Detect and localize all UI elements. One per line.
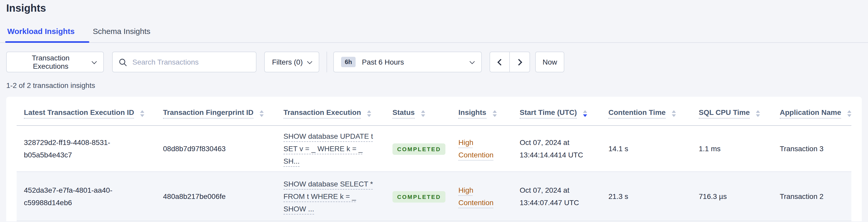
toolbar-divider [327, 52, 327, 72]
column-header-insights[interactable]: Insights [451, 97, 513, 126]
status-badge: COMPLETED [393, 144, 446, 155]
results-count: 1-2 of 2 transaction insights [6, 81, 862, 90]
insights-page: Insights Workload Insights Schema Insigh… [0, 2, 868, 222]
transaction-execution-link[interactable]: SHOW database UPDATE t SET v = _ WHERE k… [283, 132, 373, 165]
cell-execution-id: 328729d2-ff19-4408-8531-b05a5b4e43c7 [17, 126, 156, 172]
status-badge: COMPLETED [393, 191, 446, 202]
sort-icon [367, 110, 371, 117]
tab-schema-insights[interactable]: Schema Insights [92, 27, 151, 42]
column-header-start-time[interactable]: Start Time (UTC) [513, 97, 601, 126]
sort-icon-active-desc [583, 110, 587, 117]
now-button[interactable]: Now [535, 52, 564, 72]
column-header-status[interactable]: Status [385, 97, 451, 126]
cell-status: COMPLETED [385, 126, 451, 172]
cell-insights: High Contention [451, 172, 513, 221]
time-range-badge: 6h [341, 57, 355, 67]
sort-icon [492, 110, 497, 117]
filters-button-label: Filters (0) [272, 58, 303, 66]
search-input[interactable] [113, 52, 256, 72]
toolbar: Transaction Executions Filters (0) 6h Pa… [6, 52, 862, 72]
column-header-contention-time[interactable]: Contention Time [601, 97, 691, 126]
column-header-transaction-fingerprint-id[interactable]: Transaction Fingerprint ID [156, 97, 276, 126]
search-box [112, 52, 256, 72]
transaction-insights-table: Latest Transaction Execution ID Transact… [17, 97, 851, 221]
cell-transaction-execution: SHOW database UPDATE t SET v = _ WHERE k… [276, 126, 385, 172]
sort-icon [672, 110, 676, 117]
sort-icon [260, 110, 264, 117]
time-range-pager [490, 52, 530, 72]
cell-sql-cpu-time: 716.3 µs [691, 172, 773, 221]
sort-icon [421, 110, 425, 117]
active-tab-underline [5, 41, 89, 43]
chevron-down-icon [307, 59, 312, 64]
sort-icon [756, 110, 760, 117]
time-range-next-button[interactable] [510, 52, 529, 72]
column-header-transaction-execution[interactable]: Transaction Execution [276, 97, 385, 126]
chevron-down-icon [92, 59, 97, 64]
filters-button[interactable]: Filters (0) [264, 52, 319, 72]
sort-icon [141, 110, 145, 117]
time-range-prev-button[interactable] [490, 52, 510, 72]
chevron-left-icon [498, 59, 504, 65]
cell-insights: High Contention [451, 126, 513, 172]
chevron-right-icon [516, 59, 522, 65]
insights-tabs: Workload Insights Schema Insights [0, 27, 868, 43]
insight-link[interactable]: High Contention [458, 186, 493, 207]
cell-start-time: Oct 07, 2024 at 13:44:07.447 UTC [513, 172, 601, 221]
column-header-sql-cpu-time[interactable]: SQL CPU Time [691, 97, 773, 126]
cell-transaction-execution: SHOW database SELECT * FROM t WHERE k = … [276, 172, 385, 221]
table-header-row: Latest Transaction Execution ID Transact… [17, 97, 851, 126]
cell-fingerprint-id: 08d8b7d97f830463 [156, 126, 276, 172]
time-range-label: Past 6 Hours [362, 58, 404, 66]
cell-application-name: Transaction 2 [773, 172, 851, 221]
cell-status: COMPLETED [385, 172, 451, 221]
now-button-label: Now [542, 58, 557, 66]
time-range-picker[interactable]: 6h Past 6 Hours [333, 52, 482, 72]
cell-sql-cpu-time: 1.1 ms [691, 126, 773, 172]
column-header-latest-transaction-execution-id[interactable]: Latest Transaction Execution ID [17, 97, 156, 126]
search-icon [119, 58, 127, 69]
cell-contention-time: 21.3 s [601, 172, 691, 221]
insights-table-card: Latest Transaction Execution ID Transact… [6, 97, 862, 221]
insight-type-select[interactable]: Transaction Executions [6, 52, 104, 72]
tab-workload-insights-label: Workload Insights [7, 27, 74, 35]
page-title: Insights [6, 2, 862, 14]
sort-icon [847, 110, 851, 117]
cell-fingerprint-id: 480a8b217be006fe [156, 172, 276, 221]
cell-contention-time: 14.1 s [601, 126, 691, 172]
cell-execution-id: 452da3e7-e7fa-4801-aa40-c59988d14eb6 [17, 172, 156, 221]
transaction-execution-link[interactable]: SHOW database SELECT * FROM t WHERE k = … [283, 180, 373, 213]
cell-start-time: Oct 07, 2024 at 13:44:14.4414 UTC [513, 126, 601, 172]
table-row: 452da3e7-e7fa-4801-aa40-c59988d14eb6 480… [17, 172, 851, 221]
table-row: 328729d2-ff19-4408-8531-b05a5b4e43c7 08d… [17, 126, 851, 172]
insight-link[interactable]: High Contention [458, 138, 493, 159]
tab-schema-insights-label: Schema Insights [93, 27, 150, 35]
chevron-down-icon [470, 59, 475, 64]
cell-application-name: Transaction 3 [773, 126, 851, 172]
insight-type-select-label: Transaction Executions [14, 54, 87, 70]
tab-workload-insights[interactable]: Workload Insights [6, 27, 75, 42]
column-header-application-name[interactable]: Application Name [773, 97, 851, 126]
